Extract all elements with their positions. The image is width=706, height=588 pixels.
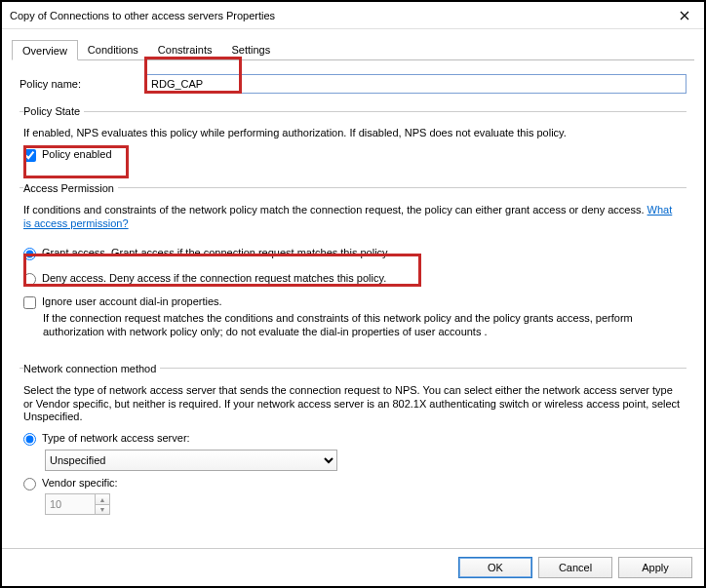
- policy-state-desc: If enabled, NPS evaluates this policy wh…: [23, 127, 683, 140]
- chevron-down-icon: ▼: [96, 504, 109, 514]
- ignore-dialin-desc: If the connection request matches the co…: [43, 312, 683, 339]
- access-permission-legend: Access Permission: [23, 182, 118, 194]
- vendor-specific-label: Vendor specific:: [42, 477, 118, 489]
- tab-constraints[interactable]: Constraints: [148, 40, 222, 60]
- nas-type-label: Type of network access server:: [42, 432, 190, 444]
- window-title: Copy of Connections to other access serv…: [10, 10, 665, 21]
- network-connection-method-group: Network connection method Select the typ…: [20, 363, 686, 523]
- policy-state-legend: Policy State: [23, 105, 84, 117]
- policy-name-label: Policy name:: [20, 78, 146, 90]
- tab-conditions[interactable]: Conditions: [78, 40, 148, 60]
- close-icon: [680, 11, 689, 20]
- ncm-desc: Select the type of network access server…: [23, 384, 683, 424]
- apply-button[interactable]: Apply: [618, 557, 692, 578]
- tab-strip: Overview Conditions Constraints Settings: [12, 39, 694, 60]
- ignore-dialin-checkbox[interactable]: [23, 296, 36, 309]
- tab-overview[interactable]: Overview: [12, 40, 78, 60]
- policy-state-group: Policy State If enabled, NPS evaluates t…: [20, 105, 686, 173]
- policy-name-input[interactable]: [146, 74, 686, 94]
- vendor-specific-value: [46, 494, 95, 514]
- nas-type-select[interactable]: Unspecified: [45, 450, 337, 471]
- ignore-dialin-label: Ignore user account dial-in properties.: [42, 295, 222, 307]
- chevron-up-icon: ▲: [96, 494, 109, 504]
- access-permission-group: Access Permission If conditions and cons…: [20, 182, 686, 353]
- deny-access-radio[interactable]: [23, 273, 36, 286]
- grant-access-label: Grant access. Grant access if the connec…: [42, 247, 390, 258]
- vendor-specific-radio[interactable]: [23, 478, 36, 490]
- grant-access-radio[interactable]: [23, 248, 36, 260]
- nas-type-radio[interactable]: [23, 433, 36, 446]
- dialog-footer: OK Cancel Apply: [2, 548, 704, 586]
- ncm-legend: Network connection method: [23, 363, 160, 374]
- policy-enabled-label: Policy enabled: [42, 148, 112, 160]
- close-button[interactable]: [665, 2, 704, 29]
- tab-panel-overview: Policy name: Policy State If enabled, NP…: [12, 60, 694, 536]
- vendor-specific-spinner[interactable]: ▲ ▼: [45, 493, 110, 515]
- tab-settings[interactable]: Settings: [221, 40, 280, 60]
- policy-enabled-checkbox[interactable]: [23, 149, 36, 162]
- deny-access-label: Deny access. Deny access if the connecti…: [42, 272, 386, 284]
- access-permission-desc: If conditions and constraints of the net…: [23, 204, 683, 231]
- ok-button[interactable]: OK: [458, 557, 532, 578]
- titlebar: Copy of Connections to other access serv…: [2, 2, 704, 29]
- cancel-button[interactable]: Cancel: [538, 557, 612, 578]
